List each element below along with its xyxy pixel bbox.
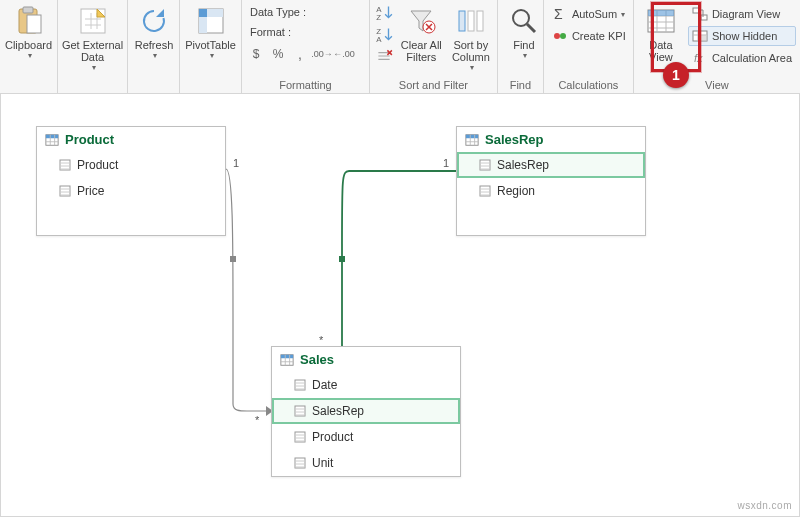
cardinality-many: *: [255, 414, 260, 426]
svg-rect-21: [648, 10, 674, 16]
group-pivottable: PivotTable: [180, 0, 242, 93]
field-sales-unit-label: Unit: [312, 456, 333, 470]
svg-text:A: A: [376, 35, 382, 43]
svg-rect-27: [230, 256, 236, 262]
svg-rect-3: [81, 9, 105, 33]
external-data-icon: [77, 5, 109, 37]
svg-rect-7: [199, 17, 207, 33]
diagram-view-button[interactable]: Diagram View: [688, 4, 796, 24]
calc-area-icon: fx: [692, 50, 708, 66]
format-label: Format :: [250, 26, 291, 38]
sort-asc-icon: AZ: [375, 3, 393, 21]
clipboard-button[interactable]: Clipboard: [4, 2, 53, 63]
find-button[interactable]: Find: [502, 2, 546, 63]
diagram-canvas[interactable]: 1 * 1 * Product Product Price SalesRep: [0, 94, 800, 517]
field-salesrep-region-label: Region: [497, 184, 535, 198]
data-view-icon: [645, 5, 677, 37]
show-hidden-button[interactable]: Show Hidden: [688, 26, 796, 46]
field-sales-product[interactable]: Product: [272, 424, 460, 450]
sort-filter-group-label: Sort and Filter: [374, 77, 493, 93]
table-product-title-text: Product: [65, 132, 114, 147]
callout-badge: 1: [663, 62, 689, 88]
column-icon: [59, 159, 71, 171]
field-sales-salesrep-label: SalesRep: [312, 404, 364, 418]
group-formatting: Data Type : Format : $ % , .00→ ←.00 For…: [242, 0, 370, 93]
field-product-product[interactable]: Product: [37, 152, 225, 178]
field-sales-date[interactable]: Date: [272, 372, 460, 398]
group-clipboard: Clipboard: [0, 0, 58, 93]
autosum-button[interactable]: Σ AutoSum ▾: [548, 4, 629, 24]
svg-rect-15: [477, 11, 483, 31]
column-icon: [294, 405, 306, 417]
data-view-button[interactable]: Data View: [638, 2, 684, 66]
svg-point-18: [554, 33, 560, 39]
show-hidden-icon: [692, 28, 708, 44]
formatting-buttons-row: $ % , .00→ ←.00: [246, 44, 354, 64]
refresh-label: Refresh: [135, 39, 174, 51]
pivottable-button[interactable]: PivotTable: [184, 2, 237, 63]
field-product-price[interactable]: Price: [37, 178, 225, 204]
create-kpi-button[interactable]: Create KPI: [548, 26, 630, 46]
table-icon: [465, 133, 479, 147]
field-salesrep-salesrep-label: SalesRep: [497, 158, 549, 172]
field-sales-salesrep[interactable]: SalesRep: [272, 398, 460, 424]
find-group-label: Find: [502, 77, 539, 93]
pivottable-icon: [195, 5, 227, 37]
svg-rect-23: [701, 15, 707, 20]
clipboard-label: Clipboard: [5, 39, 52, 51]
data-type-dropdown[interactable]: Data Type :: [246, 4, 310, 20]
show-hidden-label: Show Hidden: [712, 30, 777, 42]
field-salesrep-salesrep[interactable]: SalesRep: [457, 152, 645, 178]
calculation-area-label: Calculation Area: [712, 52, 792, 64]
group-find: Find Find: [498, 0, 544, 93]
svg-rect-1: [23, 7, 33, 13]
column-icon: [294, 457, 306, 469]
sort-asc-button[interactable]: AZ: [374, 2, 394, 22]
table-salesrep-title-text: SalesRep: [485, 132, 544, 147]
currency-button[interactable]: $: [246, 44, 266, 64]
column-icon: [294, 431, 306, 443]
find-label: Find: [513, 39, 534, 51]
svg-rect-38: [281, 354, 293, 358]
clear-all-filters-label: Clear All Filters: [401, 39, 442, 63]
increase-decimal-button[interactable]: .00→: [312, 44, 332, 64]
sort-desc-button[interactable]: ZA: [374, 24, 394, 44]
table-sales-title: Sales: [272, 347, 460, 372]
get-external-data-button[interactable]: Get External Data: [62, 2, 123, 75]
svg-rect-28: [339, 256, 345, 262]
table-icon: [280, 353, 294, 367]
cardinality-one-2: 1: [443, 157, 449, 169]
view-group-label: View: [638, 77, 796, 93]
diagram-view-icon: [692, 6, 708, 22]
clear-all-filters-button[interactable]: Clear All Filters: [398, 2, 445, 66]
group-calculations: Σ AutoSum ▾ Create KPI Calculations: [544, 0, 634, 93]
group-get-external-data: Get External Data: [58, 0, 128, 93]
format-dropdown[interactable]: Format :: [246, 24, 295, 40]
refresh-button[interactable]: Refresh: [132, 2, 176, 63]
watermark: wsxdn.com: [737, 500, 792, 511]
field-salesrep-region[interactable]: Region: [457, 178, 645, 204]
table-product[interactable]: Product Product Price: [36, 126, 226, 236]
group-view: Data View Diagram View Show Hidden fx Ca…: [634, 0, 800, 93]
svg-text:fx: fx: [694, 52, 703, 64]
find-icon: [508, 5, 540, 37]
svg-point-19: [560, 33, 566, 39]
svg-rect-25: [698, 35, 707, 41]
group-sort-filter: AZ ZA Clear All Filters Sort by Column S…: [370, 0, 498, 93]
calculation-area-button[interactable]: fx Calculation Area: [688, 48, 796, 68]
column-icon: [479, 159, 491, 171]
comma-button[interactable]: ,: [290, 44, 310, 64]
refresh-icon: [138, 5, 170, 37]
table-sales[interactable]: Sales Date SalesRep Product Unit: [271, 346, 461, 477]
clear-sort-button[interactable]: [374, 46, 394, 66]
field-sales-unit[interactable]: Unit: [272, 450, 460, 476]
percent-button[interactable]: %: [268, 44, 288, 64]
svg-rect-22: [693, 8, 699, 13]
sort-desc-icon: ZA: [375, 25, 393, 43]
clipboard-icon: [13, 5, 45, 37]
decrease-decimal-button[interactable]: ←.00: [334, 44, 354, 64]
sort-by-column-button[interactable]: Sort by Column: [449, 2, 493, 75]
table-salesrep[interactable]: SalesRep SalesRep Region: [456, 126, 646, 236]
sort-by-column-label: Sort by Column: [452, 39, 490, 63]
clear-filters-icon: [405, 5, 437, 37]
